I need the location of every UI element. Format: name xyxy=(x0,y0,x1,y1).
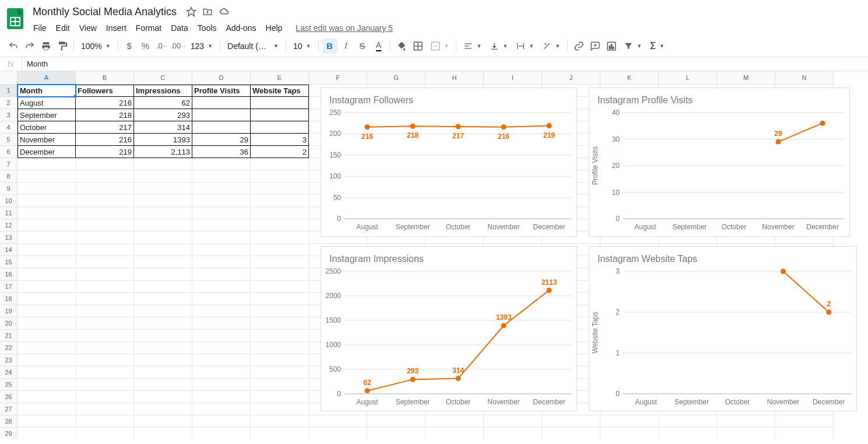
cell[interactable] xyxy=(17,415,76,428)
row-header[interactable]: 16 xyxy=(0,268,17,281)
cell[interactable] xyxy=(251,256,309,268)
textcolor-button[interactable]: A xyxy=(371,39,386,54)
cell[interactable] xyxy=(192,379,251,391)
row-header[interactable]: 14 xyxy=(0,244,17,256)
cell[interactable] xyxy=(192,195,251,207)
col-header[interactable]: E xyxy=(251,71,309,85)
numfmt-combo[interactable]: 123▼ xyxy=(187,39,216,54)
cell[interactable] xyxy=(192,244,251,256)
currency-button[interactable]: $ xyxy=(122,39,137,54)
row-header[interactable]: 13 xyxy=(0,232,17,244)
cell[interactable]: Website Taps xyxy=(251,85,309,97)
cell[interactable] xyxy=(134,342,192,354)
row-header[interactable]: 21 xyxy=(0,330,17,342)
cell[interactable] xyxy=(192,121,251,134)
cell[interactable] xyxy=(134,391,192,403)
cell[interactable]: 314 xyxy=(134,121,192,134)
col-header[interactable]: L xyxy=(659,71,717,85)
cell[interactable] xyxy=(426,428,484,439)
cell[interactable] xyxy=(76,219,134,232)
cell[interactable] xyxy=(17,158,76,170)
redo-button[interactable] xyxy=(22,39,37,54)
percent-button[interactable]: % xyxy=(138,39,153,54)
cell[interactable] xyxy=(192,232,251,244)
col-header[interactable]: F xyxy=(309,71,367,85)
cell[interactable] xyxy=(134,305,192,317)
cell[interactable] xyxy=(192,256,251,268)
cell[interactable] xyxy=(76,305,134,317)
row-header[interactable]: 29 xyxy=(0,428,17,439)
cell[interactable]: Impressions xyxy=(134,85,192,97)
cell[interactable] xyxy=(134,403,192,415)
cell[interactable] xyxy=(484,428,542,439)
cell[interactable] xyxy=(76,183,134,195)
cell[interactable] xyxy=(17,428,76,439)
cell[interactable] xyxy=(134,317,192,330)
cell[interactable]: November xyxy=(17,134,76,146)
col-header[interactable]: K xyxy=(600,71,659,85)
cell[interactable] xyxy=(17,305,76,317)
cell[interactable] xyxy=(426,415,484,428)
cell[interactable]: December xyxy=(17,146,76,158)
menu-file[interactable]: File xyxy=(29,21,51,35)
cell[interactable] xyxy=(17,366,76,379)
cell[interactable]: 293 xyxy=(134,109,192,121)
cell[interactable] xyxy=(192,330,251,342)
row-header[interactable]: 19 xyxy=(0,305,17,317)
cell[interactable] xyxy=(600,428,659,439)
cell[interactable] xyxy=(17,244,76,256)
cell[interactable]: September xyxy=(17,109,76,121)
row-header[interactable]: 11 xyxy=(0,207,17,219)
cell[interactable] xyxy=(192,281,251,293)
cell[interactable] xyxy=(192,305,251,317)
cell[interactable] xyxy=(251,391,309,403)
cell[interactable] xyxy=(251,244,309,256)
cell[interactable] xyxy=(251,268,309,281)
doc-title[interactable]: Monthly Social Media Analytics xyxy=(29,5,180,19)
cell[interactable]: 1393 xyxy=(134,134,192,146)
cell[interactable] xyxy=(251,207,309,219)
chart-website-taps[interactable]: Instagram Website Taps 0123AugustSeptemb… xyxy=(589,246,857,411)
col-header[interactable]: A xyxy=(17,71,76,85)
cell[interactable] xyxy=(76,207,134,219)
cell[interactable] xyxy=(17,403,76,415)
cell[interactable] xyxy=(76,379,134,391)
cell[interactable] xyxy=(600,415,659,428)
cell[interactable] xyxy=(251,158,309,170)
cell[interactable] xyxy=(775,415,834,428)
cell[interactable] xyxy=(192,183,251,195)
cell[interactable] xyxy=(192,415,251,428)
cell[interactable] xyxy=(76,244,134,256)
fontsize-combo[interactable]: 10▼ xyxy=(290,39,315,54)
cell[interactable] xyxy=(134,354,192,366)
cell[interactable] xyxy=(251,330,309,342)
cell[interactable] xyxy=(17,317,76,330)
menu-format[interactable]: Format xyxy=(132,21,166,35)
italic-button[interactable]: I xyxy=(339,39,354,54)
cell[interactable]: 2,113 xyxy=(134,146,192,158)
cell[interactable] xyxy=(76,366,134,379)
row-header[interactable]: 23 xyxy=(0,354,17,366)
dec-decrease-button[interactable]: .0← xyxy=(154,39,170,54)
row-header[interactable]: 15 xyxy=(0,256,17,268)
menu-help[interactable]: Help xyxy=(262,21,287,35)
cell[interactable] xyxy=(484,415,542,428)
cell[interactable] xyxy=(134,379,192,391)
cell[interactable] xyxy=(192,109,251,121)
cell[interactable] xyxy=(134,170,192,183)
cell[interactable] xyxy=(76,403,134,415)
cell[interactable] xyxy=(251,379,309,391)
cell[interactable] xyxy=(251,195,309,207)
cell[interactable]: Profile Visits xyxy=(192,85,251,97)
menu-data[interactable]: Data xyxy=(167,21,192,35)
cell[interactable] xyxy=(76,342,134,354)
cell[interactable] xyxy=(76,158,134,170)
merge-button[interactable]: ▼ xyxy=(427,39,453,54)
move-icon[interactable] xyxy=(202,6,213,17)
col-header[interactable]: D xyxy=(192,71,251,85)
col-header[interactable]: C xyxy=(134,71,192,85)
cell[interactable] xyxy=(76,268,134,281)
cell[interactable] xyxy=(251,183,309,195)
cell[interactable] xyxy=(17,379,76,391)
cell[interactable] xyxy=(251,232,309,244)
